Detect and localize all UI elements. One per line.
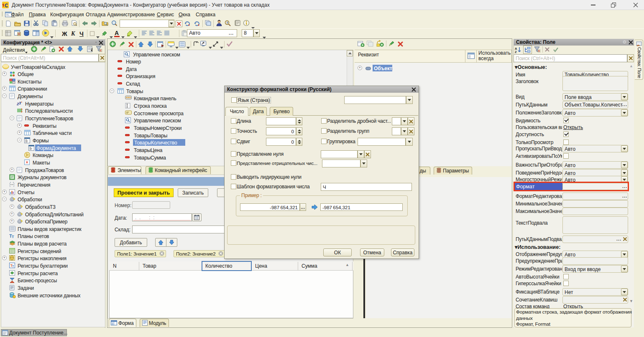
svg-text:Z: Z bbox=[515, 50, 517, 53]
svg-text:?: ? bbox=[226, 21, 228, 25]
svg-text:T: T bbox=[12, 235, 14, 238]
svg-text:*: * bbox=[21, 101, 23, 104]
svg-text:T: T bbox=[12, 265, 14, 268]
